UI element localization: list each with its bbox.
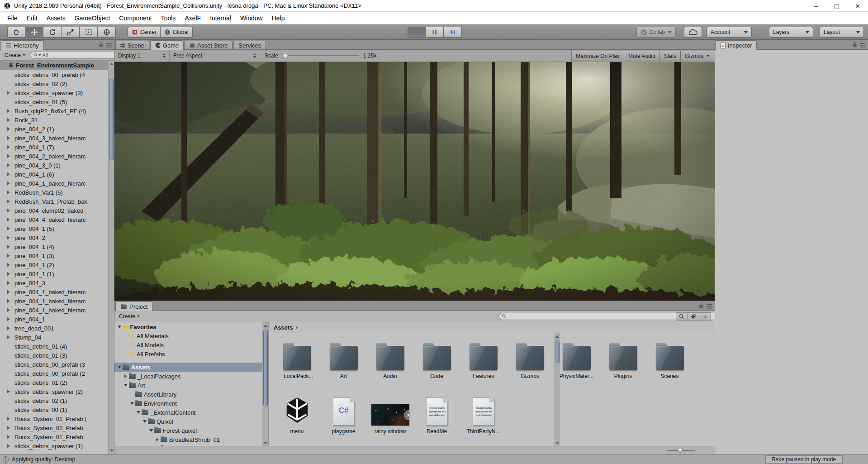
expand-arrow-icon[interactable] [7, 136, 13, 140]
tree-item-quixel[interactable]: Quixel [114, 417, 268, 426]
expand-arrow-icon[interactable] [7, 299, 13, 303]
menu-assets[interactable]: Assets [42, 13, 70, 24]
hierarchy-item[interactable]: pine_004_clump02_baked_ [0, 206, 108, 215]
collab-button[interactable]: Collab [636, 27, 676, 38]
pivot-toggle-button[interactable]: Center [128, 27, 161, 38]
expand-arrow-icon[interactable] [7, 154, 13, 158]
hierarchy-item[interactable]: RedBush_Var1_Prefab_bak [0, 197, 108, 206]
hierarchy-item[interactable]: pine_004_1_baked_hierarc [0, 179, 108, 188]
hierarchy-item[interactable]: pine_004_3_0 (1) [0, 161, 108, 170]
file-rainy-window[interactable]: rainy window [368, 396, 413, 435]
hierarchy-scrollbar[interactable] [108, 61, 114, 454]
tree-item-all-materials[interactable]: All Materials [114, 331, 268, 340]
rotate-tool-button[interactable] [43, 27, 62, 38]
hierarchy-item[interactable]: sticks_debris_00_prefab (2 [0, 369, 108, 378]
collapse-arrow-icon[interactable] [130, 402, 134, 405]
hierarchy-search-input[interactable] [48, 52, 114, 58]
tab-project[interactable]: Project [115, 301, 152, 311]
folder--localpack-[interactable]: _LocalPack... [275, 340, 319, 379]
hierarchy-item[interactable]: pine_004_3_baked_hierarc [0, 134, 108, 143]
scene-header-row[interactable]: Forest_EnvironmentSample [0, 61, 108, 70]
menu-internal[interactable]: Internal [205, 13, 236, 24]
pause-button[interactable] [426, 27, 444, 38]
expand-arrow-icon[interactable] [7, 163, 13, 167]
hierarchy-item[interactable]: sticks_debris_00 (1) [0, 405, 108, 414]
expand-arrow-icon[interactable] [7, 290, 13, 294]
menu-component[interactable]: Component [114, 13, 156, 24]
expand-arrow-icon[interactable] [7, 172, 13, 176]
tree-item-assetlibrary[interactable]: AssetLibrary [114, 390, 268, 399]
account-dropdown[interactable]: Account [707, 27, 752, 38]
game-viewport[interactable] [114, 62, 715, 301]
hierarchy-item[interactable]: pine_004_3 [0, 278, 108, 287]
expand-arrow-icon[interactable] [7, 444, 13, 448]
lock-icon[interactable] [852, 42, 857, 49]
expand-arrow-icon[interactable] [7, 335, 13, 339]
folder-physicmater-[interactable]: PhysicMater... [554, 340, 599, 379]
folder-gizmos[interactable]: Gizmos [508, 340, 552, 379]
hierarchy-item[interactable]: Roots_System_01_Prefab [0, 432, 108, 441]
panel-menu-icon[interactable] [106, 43, 112, 48]
hierarchy-item[interactable]: pine_004_2_baked_hierarc [0, 152, 108, 161]
menu-edit[interactable]: Edit [22, 13, 42, 24]
hierarchy-item[interactable]: sticks_debris_00_prefab (3 [0, 360, 108, 369]
search-by-type-button[interactable] [676, 312, 688, 321]
hierarchy-item[interactable]: sticks_debris_01 (4) [0, 342, 108, 351]
expand-arrow-icon[interactable] [7, 435, 13, 439]
layers-dropdown[interactable]: Layers [769, 27, 813, 38]
hierarchy-item[interactable]: pine_004_1 (4) [0, 242, 108, 251]
expand-arrow-icon[interactable] [123, 374, 128, 378]
hierarchy-item[interactable]: Stump_04 [0, 333, 108, 342]
hierarchy-item[interactable]: sticks_debris_spawner (3) [0, 88, 108, 97]
hierarchy-item[interactable]: RedBush_Var1 (5) [0, 188, 108, 197]
hierarchy-item[interactable]: pine_004_4_baked_hierarc [0, 215, 108, 224]
expand-arrow-icon[interactable] [7, 182, 13, 185]
expand-arrow-icon[interactable] [7, 281, 13, 285]
space-toggle-button[interactable]: Global [161, 27, 193, 38]
folder-art[interactable]: Art [321, 340, 366, 379]
tab-scene[interactable]: Scene [115, 41, 149, 49]
tree-item-all-models[interactable]: All Models [114, 340, 268, 349]
step-button[interactable] [444, 27, 462, 38]
maximize-button[interactable]: ▢ [826, 0, 847, 12]
file-playgame[interactable]: C#playgame [321, 396, 366, 435]
project-grid-scrollbar-thumb[interactable] [555, 340, 560, 363]
menu-help[interactable]: Help [267, 13, 289, 24]
file-readme[interactable]: Neque porro quisquam est qui dolorem.Rea… [414, 396, 459, 435]
hierarchy-item[interactable]: Rock_31 [0, 115, 108, 124]
minimize-button[interactable]: – [806, 0, 826, 12]
expand-arrow-icon[interactable] [7, 236, 13, 239]
collapse-arrow-icon[interactable] [136, 411, 141, 414]
hierarchy-item[interactable]: pine_004_1_baked_hierarc [0, 297, 108, 306]
search-by-label-button[interactable] [688, 312, 699, 321]
expand-arrow-icon[interactable] [7, 245, 13, 249]
hand-tool-button[interactable] [7, 27, 25, 38]
hierarchy-item[interactable]: sticks_debris_00_prefab (4 [0, 70, 108, 79]
tree-item--localpackages[interactable]: _LocalPackages [114, 372, 268, 381]
expand-arrow-icon[interactable] [7, 417, 13, 421]
move-tool-button[interactable] [25, 27, 43, 38]
tree-item-art[interactable]: Art [114, 381, 268, 390]
project-create-button[interactable]: Create [116, 312, 142, 320]
menu-tools[interactable]: Tools [157, 13, 180, 24]
tab-asset-store[interactable]: Asset Store [185, 41, 232, 49]
expand-arrow-icon[interactable] [7, 254, 13, 258]
tree-item-forest-quixel[interactable]: Forest-quixel [114, 426, 268, 435]
transform-tool-button[interactable] [98, 27, 116, 38]
hierarchy-item[interactable]: sticks_debris_02 (2) [0, 79, 108, 88]
expand-arrow-icon[interactable] [7, 317, 13, 321]
stats-button[interactable]: Stats [660, 51, 681, 61]
tree-item-environment[interactable]: Environment [114, 399, 268, 408]
collapse-arrow-icon[interactable] [117, 325, 122, 328]
hierarchy-item[interactable]: sticks_debris_01 (3) [0, 351, 108, 360]
expand-arrow-icon[interactable] [7, 127, 13, 131]
tree-item-broadleafshrub-01[interactable]: BroadleafShrub_01 [114, 435, 268, 444]
aspect-dropdown[interactable]: Free Aspect [170, 50, 260, 62]
play-button[interactable] [408, 27, 426, 38]
hierarchy-item[interactable]: sticks_debris_02 (1) [0, 396, 108, 405]
hierarchy-item[interactable]: pine_004_1_baked_hierarc [0, 287, 108, 297]
expand-arrow-icon[interactable] [7, 118, 13, 122]
hierarchy-item[interactable]: sticks_debris_01 (2) [0, 378, 108, 387]
hierarchy-item[interactable]: sticks_debris_01 (5) [0, 97, 108, 106]
layout-dropdown[interactable]: Layout [820, 27, 864, 38]
